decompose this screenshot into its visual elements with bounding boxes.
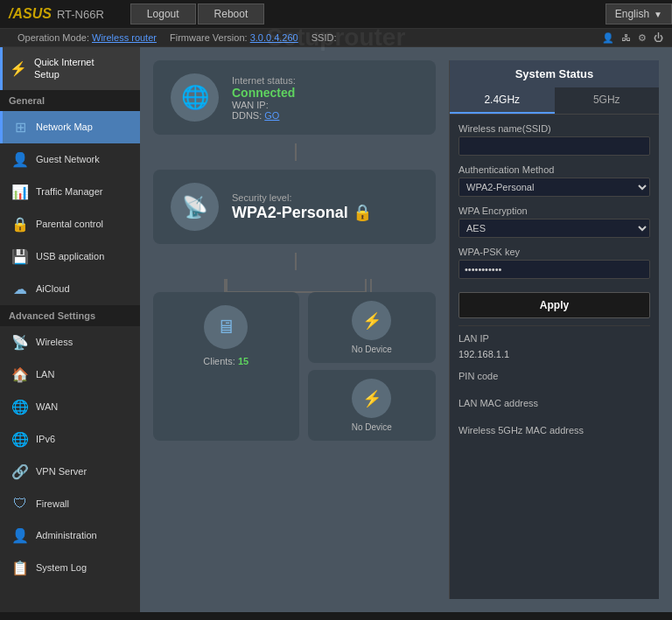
chevron-down-icon: ▼	[654, 10, 662, 19]
ddns-go-link[interactable]: GO	[264, 110, 279, 121]
branch-right-line	[365, 279, 367, 292]
internet-icon: 🌐	[171, 73, 219, 122]
internet-status-box: 🌐 Internet status: Connected WAN IP: DDN…	[153, 60, 436, 135]
branch-area: 🖥 Clients: 15 ⚡ No Device ⚡	[153, 292, 436, 441]
clients-label: Clients: 15	[203, 356, 248, 366]
operation-mode-link[interactable]: Wireless router	[92, 32, 157, 43]
main-layout: ⚡ Quick InternetSetup General ⊞ Network …	[0, 47, 672, 612]
sidebar-item-firewall[interactable]: 🛡 Firewall	[0, 488, 140, 519]
firewall-icon: 🛡	[11, 496, 29, 512]
user-icon: 👤	[602, 32, 614, 44]
wpa-encryption-select[interactable]: AES	[458, 219, 650, 238]
sidebar-item-parental-control[interactable]: 🔒 Parental control	[0, 208, 140, 240]
usb-application-icon: 💾	[11, 248, 29, 265]
sidebar-aicloud-label: AiCloud	[36, 283, 70, 294]
sidebar-item-administration[interactable]: 👤 Administration	[0, 519, 140, 552]
wireless-name-input[interactable]	[458, 136, 650, 156]
pin-code-value	[458, 384, 650, 389]
sidebar-item-quick-internet-setup[interactable]: ⚡ Quick InternetSetup	[0, 47, 140, 90]
header-nav: Logout Reboot	[130, 3, 264, 24]
logo-model-text: RT-N66R	[57, 8, 104, 21]
sidebar-ipv6-label: IPv6	[36, 434, 55, 444]
operation-mode-label: Operation Mode: Wireless router	[18, 32, 157, 43]
sidebar-item-wireless[interactable]: 📡 Wireless	[0, 326, 140, 359]
logo: /ASUS RT-N66R	[0, 6, 113, 22]
internet-info: Internet status: Connected WAN IP: DDNS:…	[232, 75, 296, 121]
power-icon: ⏻	[654, 32, 663, 44]
auth-method-selector: WPA2-Personal	[458, 178, 650, 197]
wan-ip-label: WAN IP:	[232, 100, 296, 110]
language-label: English	[615, 8, 649, 20]
sidebar-wireless-label: Wireless	[36, 337, 73, 347]
advanced-section-header: Advanced Settings	[0, 305, 140, 326]
ddns-label: DDNS: GO	[232, 110, 296, 121]
sidebar-vpn-server-label: VPN Server	[36, 466, 87, 477]
quick-setup-label: Quick InternetSetup	[34, 56, 94, 81]
tab-5ghz[interactable]: 5GHz	[555, 87, 660, 114]
general-section-header: General	[0, 90, 140, 111]
lan-icon: 🏠	[11, 366, 29, 383]
content-area: 🌐 Internet status: Connected WAN IP: DDN…	[140, 47, 672, 612]
sidebar-administration-label: Administration	[36, 530, 97, 540]
sidebar-item-lan[interactable]: 🏠 LAN	[0, 359, 140, 391]
usb-device-1-box: ⚡ No Device	[308, 292, 437, 363]
sidebar-parental-control-label: Parental control	[36, 219, 103, 229]
wpa-psk-group: WPA-PSK key	[458, 247, 650, 279]
status-tabs: 2.4GHz 5GHz	[450, 87, 659, 115]
sidebar-item-guest-network[interactable]: 👤 Guest Network	[0, 143, 140, 176]
apply-button[interactable]: Apply	[458, 292, 650, 318]
reboot-button[interactable]: Reboot	[198, 3, 265, 24]
wireless-5ghz-mac-value	[458, 438, 650, 443]
sidebar-item-network-map[interactable]: ⊞ Network Map	[0, 111, 140, 143]
status-body: Wireless name(SSID) Authentication Metho…	[450, 115, 659, 599]
pin-code-group: PIN code	[458, 371, 650, 389]
network-map-icon: ⊞	[11, 119, 29, 136]
usb-device-1-icon: ⚡	[352, 301, 391, 340]
system-status-title: System Status	[450, 60, 659, 87]
security-level-label: Security level:	[232, 192, 372, 203]
sidebar-item-usb-application[interactable]: 💾 USB application	[0, 240, 140, 273]
lan-ip-group: LAN IP 192.168.1.1	[458, 333, 650, 362]
lan-ip-value: 192.168.1.1	[458, 346, 650, 362]
traffic-manager-icon: 📊	[11, 184, 29, 200]
wpa-psk-label: WPA-PSK key	[458, 247, 650, 257]
wireless-name-group: Wireless name(SSID)	[458, 123, 650, 156]
usb-device-2-icon: ⚡	[352, 379, 391, 418]
tab-24ghz[interactable]: 2.4GHz	[450, 87, 555, 114]
connector-line-2	[153, 253, 436, 270]
pin-code-label: PIN code	[458, 371, 650, 381]
usb-device-1-label: No Device	[352, 345, 392, 354]
firmware-version-link[interactable]: 3.0.0.4.260	[250, 32, 298, 43]
clients-count: 15	[238, 356, 248, 366]
sidebar-system-log-label: System Log	[36, 562, 87, 573]
clients-box: 🖥 Clients: 15	[153, 292, 299, 441]
wpa-psk-input[interactable]	[458, 260, 650, 279]
logout-button[interactable]: Logout	[130, 3, 196, 24]
usb-column: ⚡ No Device ⚡ No Device	[308, 292, 437, 441]
sidebar-firewall-label: Firewall	[36, 498, 69, 509]
auth-method-label: Authentication Method	[458, 164, 650, 175]
sidebar-item-vpn-server[interactable]: 🔗 VPN Server	[0, 456, 140, 488]
parental-control-icon: 🔒	[11, 216, 29, 233]
sidebar-item-system-log[interactable]: 📋 System Log	[0, 552, 140, 584]
sidebar-guest-network-label: Guest Network	[36, 154, 100, 164]
diagram-left: 🌐 Internet status: Connected WAN IP: DDN…	[153, 60, 436, 599]
sidebar-item-wan[interactable]: 🌐 WAN	[0, 391, 140, 423]
internet-status-label: Internet status:	[232, 75, 296, 86]
wpa-encryption-selector: AES	[458, 219, 650, 238]
sidebar-item-traffic-manager[interactable]: 📊 Traffic Manager	[0, 176, 140, 208]
aicloud-icon: ☁	[11, 281, 29, 297]
vpn-server-icon: 🔗	[11, 463, 29, 480]
ipv6-icon: 🌐	[11, 431, 29, 448]
wpa-encryption-label: WPA Encryption	[458, 206, 650, 216]
sidebar-traffic-manager-label: Traffic Manager	[36, 186, 102, 197]
sidebar-item-ipv6[interactable]: 🌐 IPv6	[0, 423, 140, 456]
auth-method-select[interactable]: WPA2-Personal	[458, 178, 650, 197]
info-bar: Operation Mode: Wireless router Firmware…	[0, 29, 672, 47]
sidebar-item-aicloud[interactable]: ☁ AiCloud	[0, 273, 140, 305]
administration-icon: 👤	[11, 527, 29, 544]
language-selector[interactable]: English ▼	[606, 3, 672, 24]
system-status-panel: System Status 2.4GHz 5GHz Wireless name(…	[449, 60, 659, 599]
wan-icon: 🌐	[11, 399, 29, 415]
sidebar: ⚡ Quick InternetSetup General ⊞ Network …	[0, 47, 140, 612]
